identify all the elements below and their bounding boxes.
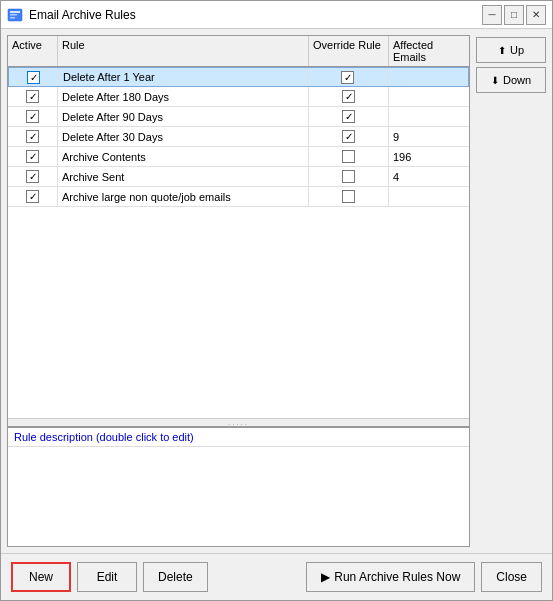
new-button[interactable]: New <box>11 562 71 592</box>
side-panel: ⬆ Up ⬇ Down <box>476 35 546 547</box>
override-column-header: Override Rule <box>309 36 389 66</box>
active-checkbox[interactable] <box>27 71 40 84</box>
override-cell <box>309 187 389 206</box>
affected-cell: 9 <box>389 127 469 146</box>
affected-cell <box>389 187 469 206</box>
minimize-button[interactable]: ─ <box>482 5 502 25</box>
table-row[interactable]: Archive Sent 4 <box>8 167 469 187</box>
description-panel: Rule description (double click to edit) <box>7 427 470 547</box>
table-row[interactable]: Delete After 30 Days 9 <box>8 127 469 147</box>
affected-cell <box>389 107 469 126</box>
up-button[interactable]: ⬆ Up <box>476 37 546 63</box>
active-checkbox[interactable] <box>26 90 39 103</box>
rule-cell: Delete After 1 Year <box>59 68 308 86</box>
table-row[interactable]: Delete After 180 Days <box>8 87 469 107</box>
active-cell <box>8 147 58 166</box>
edit-button[interactable]: Edit <box>77 562 137 592</box>
affected-cell <box>389 87 469 106</box>
override-cell <box>309 147 389 166</box>
active-cell <box>8 167 58 186</box>
rule-cell: Delete After 90 Days <box>58 107 309 126</box>
affected-cell: 4 <box>389 167 469 186</box>
active-cell <box>8 127 58 146</box>
rule-cell: Archive Sent <box>58 167 309 186</box>
run-icon: ▶ <box>321 570 330 584</box>
affected-cell: 196 <box>389 147 469 166</box>
svg-rect-1 <box>10 11 20 13</box>
delete-button[interactable]: Delete <box>143 562 208 592</box>
window-icon <box>7 7 23 23</box>
rules-table-container: Active Rule Override Rule Affected Email… <box>7 35 470 427</box>
override-cell <box>309 107 389 126</box>
main-window: Email Archive Rules ─ □ ✕ Active Rule Ov… <box>0 0 553 601</box>
rule-column-header: Rule <box>58 36 309 66</box>
override-cell <box>309 167 389 186</box>
window-controls: ─ □ ✕ <box>482 5 546 25</box>
active-checkbox[interactable] <box>26 110 39 123</box>
table-row[interactable]: Archive Contents 196 <box>8 147 469 167</box>
active-checkbox[interactable] <box>26 170 39 183</box>
rule-cell: Archive Contents <box>58 147 309 166</box>
override-cell <box>308 68 388 86</box>
resize-handle[interactable]: ..... <box>8 418 469 426</box>
content-area: Active Rule Override Rule Affected Email… <box>1 29 552 553</box>
override-cell <box>309 87 389 106</box>
rule-cell: Archive large non quote/job emails <box>58 187 309 206</box>
svg-rect-2 <box>10 14 17 16</box>
up-button-label: Up <box>510 44 524 56</box>
active-cell <box>9 68 59 86</box>
override-checkbox[interactable] <box>342 110 355 123</box>
table-row[interactable]: Archive large non quote/job emails <box>8 187 469 207</box>
table-body: Delete After 1 Year Delete After 180 Day… <box>8 67 469 418</box>
table-row[interactable]: Delete After 90 Days <box>8 107 469 127</box>
override-checkbox[interactable] <box>342 190 355 203</box>
down-arrow-icon: ⬇ <box>491 75 499 86</box>
close-button[interactable]: Close <box>481 562 542 592</box>
maximize-button[interactable]: □ <box>504 5 524 25</box>
run-archive-rules-button[interactable]: ▶ Run Archive Rules Now <box>306 562 475 592</box>
close-button[interactable]: ✕ <box>526 5 546 25</box>
override-checkbox[interactable] <box>341 71 354 84</box>
active-column-header: Active <box>8 36 58 66</box>
active-checkbox[interactable] <box>26 190 39 203</box>
resize-dots: ..... <box>228 418 249 427</box>
override-checkbox[interactable] <box>342 130 355 143</box>
table-header: Active Rule Override Rule Affected Email… <box>8 36 469 67</box>
active-cell <box>8 107 58 126</box>
table-row[interactable]: Delete After 1 Year <box>8 67 469 87</box>
active-checkbox[interactable] <box>26 130 39 143</box>
active-checkbox[interactable] <box>26 150 39 163</box>
rule-cell: Delete After 30 Days <box>58 127 309 146</box>
down-button[interactable]: ⬇ Down <box>476 67 546 93</box>
override-checkbox[interactable] <box>342 90 355 103</box>
active-cell <box>8 87 58 106</box>
description-label[interactable]: Rule description (double click to edit) <box>8 428 469 447</box>
footer: New Edit Delete ▶ Run Archive Rules Now … <box>1 553 552 600</box>
affected-column-header: Affected Emails <box>389 36 469 66</box>
override-checkbox[interactable] <box>342 170 355 183</box>
override-checkbox[interactable] <box>342 150 355 163</box>
description-content <box>8 447 469 527</box>
down-button-label: Down <box>503 74 531 86</box>
window-title: Email Archive Rules <box>29 8 482 22</box>
override-cell <box>309 127 389 146</box>
active-cell <box>8 187 58 206</box>
svg-rect-3 <box>10 17 15 19</box>
title-bar: Email Archive Rules ─ □ ✕ <box>1 1 552 29</box>
up-arrow-icon: ⬆ <box>498 45 506 56</box>
main-panel: Active Rule Override Rule Affected Email… <box>7 35 470 547</box>
run-button-label: Run Archive Rules Now <box>334 570 460 584</box>
rule-cell: Delete After 180 Days <box>58 87 309 106</box>
affected-cell <box>388 68 468 86</box>
